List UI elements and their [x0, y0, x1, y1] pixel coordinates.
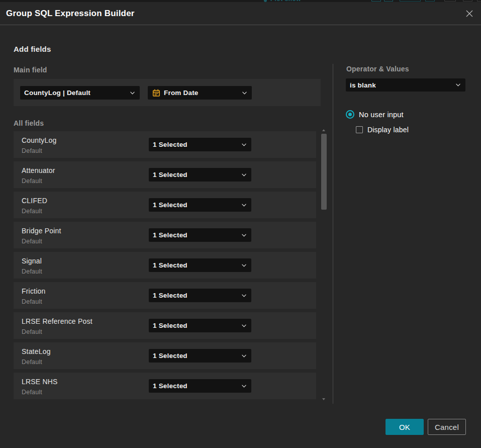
field-row-selected-value: 1 Selected [153, 352, 187, 360]
field-row: LRSE Reference Post Default 1 Selected [14, 312, 316, 339]
operator-select-value: is blank [350, 81, 376, 89]
field-row-name: CountyLog [22, 136, 57, 144]
backdrop-icon-fragment [444, 0, 456, 2]
field-row-selected-dropdown[interactable]: 1 Selected [149, 258, 251, 272]
field-row-selected-value: 1 Selected [153, 231, 187, 239]
chevron-down-icon [242, 204, 246, 207]
chevron-down-icon [242, 324, 246, 327]
field-row: Attenuator Default 1 Selected [14, 161, 316, 188]
main-field-value-select[interactable]: From Date [148, 86, 252, 100]
field-row-selected-value: 1 Selected [153, 171, 187, 178]
chevron-down-icon [242, 294, 246, 297]
field-row-name: Friction [22, 287, 46, 295]
backdrop-icon-fragment [384, 0, 393, 2]
field-row: Signal Default 1 Selected [14, 252, 316, 279]
calendar-icon [152, 89, 160, 97]
field-row-selected-dropdown[interactable]: 1 Selected [149, 319, 251, 332]
add-fields-heading: Add fields [14, 45, 51, 53]
field-row: Friction Default 1 Selected [14, 282, 316, 309]
chevron-down-icon [242, 173, 246, 176]
scroll-down-icon[interactable] [322, 398, 325, 400]
field-row: CLIFED Default 1 Selected [14, 192, 316, 218]
no-user-input-radio[interactable]: No user input [346, 110, 404, 119]
field-row-selected-dropdown[interactable]: 1 Selected [149, 168, 251, 182]
backdrop-icon-fragment [477, 0, 481, 2]
chevron-down-icon [242, 385, 246, 388]
chevron-down-icon [130, 92, 135, 95]
checkbox-unchecked-icon [356, 126, 363, 133]
field-row-selected-dropdown[interactable]: 1 Selected [149, 138, 251, 151]
chevron-down-icon [456, 83, 460, 86]
field-row-selected-value: 1 Selected [153, 382, 187, 390]
field-row: CountyLog Default 1 Selected [14, 131, 316, 158]
field-row-selected-value: 1 Selected [153, 322, 187, 329]
no-user-input-label: No user input [359, 111, 404, 119]
field-row-subtitle: Default [22, 268, 42, 275]
field-row-subtitle: Default [22, 238, 42, 245]
scroll-up-icon[interactable] [322, 129, 325, 131]
field-row-selected-dropdown[interactable]: 1 Selected [149, 379, 251, 393]
main-field-select[interactable]: CountyLog | Default [20, 86, 140, 100]
field-row-name: Attenuator [22, 166, 55, 174]
scrollbar-thumb[interactable] [321, 134, 327, 210]
field-row-selected-value: 1 Selected [153, 141, 187, 148]
main-field-value-select-value: From Date [164, 89, 199, 97]
backdrop-icon-fragment [400, 0, 421, 2]
field-row-selected-dropdown[interactable]: 1 Selected [149, 289, 251, 302]
field-row-name: Signal [22, 257, 42, 265]
field-row-subtitle: Default [22, 359, 42, 366]
field-row-subtitle: Default [22, 147, 42, 154]
field-row-subtitle: Default [22, 177, 42, 185]
dialog-title: Group SQL Expression Builder [6, 2, 135, 25]
field-row-selected-dropdown[interactable]: 1 Selected [149, 228, 251, 242]
chevron-down-icon [242, 143, 246, 146]
field-row: LRSE NHS Default 1 Selected [14, 373, 316, 399]
close-icon[interactable] [465, 9, 474, 18]
field-row-name: StateLog [22, 347, 51, 355]
field-row-subtitle: Default [22, 298, 42, 305]
main-field-box: CountyLog | Default From Date [14, 79, 321, 106]
field-row-selected-value: 1 Selected [153, 261, 187, 269]
field-row: StateLog Default 1 Selected [14, 342, 316, 369]
backdrop-icon-fragment [463, 0, 472, 2]
radio-selected-icon [346, 110, 354, 119]
all-fields-list: CountyLog Default 1 Selected Attenuator … [14, 128, 316, 402]
panel-divider [333, 64, 333, 404]
ok-button[interactable]: OK [386, 419, 424, 435]
cancel-button[interactable]: Cancel [428, 419, 466, 435]
field-row-subtitle: Default [22, 389, 42, 396]
field-row-name: LRSE NHS [22, 378, 58, 386]
chevron-down-icon [242, 92, 247, 95]
chevron-down-icon [242, 354, 246, 357]
backdrop-icon-fragment [371, 0, 381, 2]
field-row-name: LRSE Reference Post [22, 317, 92, 325]
fields-list-scrollbar[interactable] [321, 128, 327, 402]
main-field-label: Main field [14, 66, 47, 74]
operator-values-label: Operator & Values [346, 65, 409, 73]
chevron-down-icon [242, 264, 246, 267]
field-row: Bridge Point Default 1 Selected [14, 222, 316, 248]
field-row-subtitle: Default [22, 328, 42, 335]
main-field-select-value: CountyLog | Default [24, 89, 90, 97]
all-fields-label: All fields [14, 119, 44, 127]
chevron-down-icon [242, 234, 246, 237]
field-row-selected-value: 1 Selected [153, 201, 187, 209]
field-row-selected-dropdown[interactable]: 1 Selected [149, 198, 251, 212]
backdrop-icon-fragment [425, 0, 435, 2]
field-row-name: Bridge Point [22, 227, 61, 235]
field-row-subtitle: Default [22, 208, 42, 215]
display-label-checkbox[interactable]: Display label [356, 126, 409, 133]
operator-select[interactable]: is blank [346, 78, 465, 92]
display-label-label: Display label [367, 126, 409, 134]
group-sql-expression-builder-dialog: Group SQL Expression Builder Add fields … [0, 2, 481, 448]
field-row-selected-dropdown[interactable]: 1 Selected [149, 349, 251, 363]
dialog-header: Group SQL Expression Builder [0, 2, 481, 25]
field-row-selected-value: 1 Selected [153, 292, 187, 299]
field-row-name: CLIFED [22, 197, 47, 205]
